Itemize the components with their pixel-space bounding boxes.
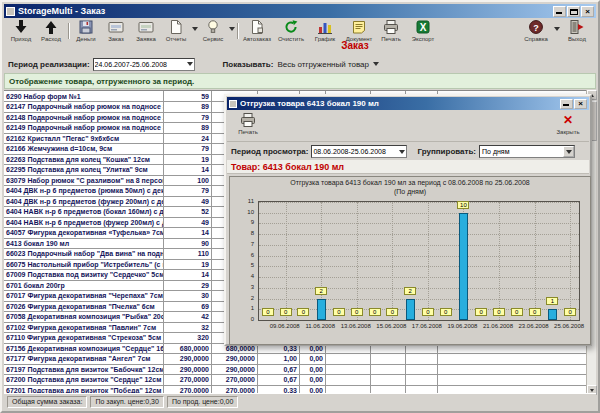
product-name-cell: 66023 Подарочный набор "Два вина" на под… [4,249,164,259]
dialog-icon [229,100,237,108]
show-value[interactable]: Весь отгруженный товар [277,60,369,69]
minimize-button[interactable] [553,6,566,17]
page-title: Заказ [112,40,598,52]
product-value-cell: 0,00 [300,364,326,374]
y-tick-label: 5 [232,262,254,268]
chart-plot-area: 0002000020010000010 [258,201,580,321]
x-tick-label: 17.06.2008 [407,323,447,329]
bar-value-label: 0 [529,308,541,316]
minimize-icon [563,104,569,106]
group-select[interactable]: По дням [479,145,575,158]
product-value-cell: 1,00 [258,354,300,364]
table-row[interactable]: 67197 Подставка для визиток "Бабочка" 12… [4,364,592,375]
product-value-cell [406,364,438,374]
product-name-cell: 62295 Подставка для колец "Улитка" 9см [4,165,164,175]
product-value-cell: 89 [164,123,212,133]
toolbar-button-rashod[interactable]: Расход [36,19,66,48]
product-name-cell: 62166 Жемчужина d=10см, 9см [4,144,164,154]
gridline [259,299,579,300]
product-value-cell: 0,67 [258,364,300,374]
dialog-print-button[interactable]: Печать [230,112,266,135]
maximize-button[interactable] [567,6,580,17]
product-value-cell: 0,00 [300,375,326,385]
product-value-cell: 110 [164,249,212,259]
product-value-cell: 79 [164,112,212,122]
product-name-cell: 67200 Подставка для визиток "Сердце" 12с… [4,375,164,385]
toolbar-separator [66,19,71,45]
y-tick-label: 8 [232,230,254,236]
product-value-cell [406,354,438,364]
product-value-cell: 680,0000 [164,343,212,353]
filter-bar: Период реализации: 24.06.2007-25.06.2008… [4,55,596,73]
dialog-titlebar: Отгрузка товара 6413 бокал 190 мл × [227,97,589,110]
product-value-cell: 79 [164,186,212,196]
gridline [259,234,579,235]
period-field[interactable]: 24.06.2007-25.06.2008 [93,58,195,71]
group-label: Группировать: [417,147,476,156]
product-value-cell: 30 [164,291,212,301]
product-value-cell: 90 [164,238,212,248]
bar-value-label: 0 [440,308,452,316]
product-name-cell: 6413 бокал 190 мл [4,238,164,248]
note-icon [351,19,367,35]
card-icon [108,19,124,35]
view-period-field[interactable]: 08.06.2008-25.06.2008 [311,145,407,158]
printer-icon [240,112,256,128]
product-value-cell [326,364,371,374]
product-name-cell: 62148 Подарочный набор рюмок на подносе … [4,112,164,122]
gridline [259,256,579,257]
show-label: Показывать: [223,60,274,69]
dialog-minimize-button[interactable] [560,99,573,109]
dialog-close-toolbar-button[interactable]: ✕ Закрыть [550,112,586,135]
chevron-down-icon[interactable] [373,62,379,66]
bar-value-label: 0 [511,308,523,316]
product-value-cell: 89 [164,102,212,112]
product-value-cell: 49 [164,196,212,206]
gridline [357,202,358,320]
dialog-close-button[interactable]: × [574,99,587,109]
product-name-cell: 67009 Подставка под визитку "Сердечко" 5… [4,270,164,280]
close-button[interactable]: × [581,6,594,17]
product-value-cell [371,364,406,374]
table-row[interactable]: 67200 Подставка для визиток "Сердце" 12с… [4,375,592,386]
toolbar-button-prihod[interactable]: Приход [6,19,36,48]
product-name-cell: 66075 Настольный прибор "Истребитель" (с… [4,259,164,269]
product-value-cell: 290,0000 [212,354,258,364]
x-tick-label: 25.06.2008 [549,323,589,329]
toolbar-button-dengi[interactable]: Деньги [71,19,101,48]
chevron-down-icon [563,146,574,157]
gridline [259,277,579,278]
reports-dropdown-arrow-icon[interactable] [191,21,198,37]
bar-value-label: 0 [422,308,434,316]
window-titlebar: StorageMulti - Заказ × [4,4,596,18]
period-label: Период реализации: [8,60,90,69]
product-value-cell [371,354,406,364]
service-dropdown-arrow-icon[interactable] [228,21,235,37]
bar-value-label: 2 [315,287,327,295]
bar-19.06.2008 [459,213,468,320]
y-tick-label: 4 [232,273,254,279]
product-name-cell: 6404 ДВК н-р 6 предметов (фужер 200мл) с… [4,196,164,206]
help-dropdown-arrow-icon[interactable] [553,21,560,37]
x-tick-label: 19.06.2008 [442,323,482,329]
window-title: StorageMulti - Заказ [18,6,553,16]
product-value-cell: 49 [164,217,212,227]
dialog-product-line: Товар: 6413 бокал 190 мл [227,160,589,174]
app-window: StorageMulti - Заказ × Приход Расход Ден… [0,0,600,413]
product-name-cell: 6404 ДВК н-р 6 предметов (рюмка 50мл) с … [4,186,164,196]
app-icon [6,7,15,16]
bar-value-label: 0 [369,308,381,316]
product-value-cell: 32 [164,322,212,332]
gridline [499,202,500,320]
y-tick-label: 6 [232,252,254,258]
bar-value-label: 0 [280,308,292,316]
printer-icon [383,19,399,35]
status-sale-price: По прод. цене:0,00 [167,396,238,408]
product-value-cell: 14 [164,165,212,175]
arrow-up-icon [43,19,59,35]
document-icon [249,19,265,35]
product-value-cell: 0,00 [300,354,326,364]
bar-11.06.2008 [317,299,326,320]
table-row[interactable]: 67177 Фигурка декоративная "Ангел" 7см29… [4,354,592,365]
product-value-cell [326,354,371,364]
